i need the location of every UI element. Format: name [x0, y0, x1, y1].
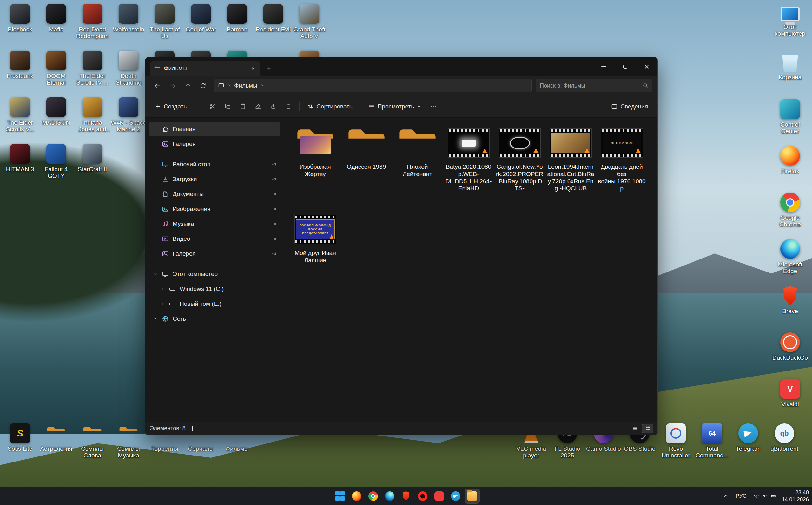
desktop-icon[interactable]: Grand Theft Auto V: [291, 3, 327, 49]
large-icons-view-toggle[interactable]: [642, 424, 653, 433]
sort-button[interactable]: Сортировать: [303, 100, 363, 114]
desktop-icon[interactable]: Mafia: [38, 3, 74, 49]
desktop-icon[interactable]: DOOM Eternal: [38, 49, 74, 96]
desktop-icon[interactable]: MADISON: [38, 96, 74, 142]
desktop-icon[interactable]: Bioshock: [2, 3, 38, 49]
taskbar-app-button[interactable]: [366, 489, 380, 503]
language-indicator[interactable]: РУС: [734, 490, 749, 502]
desktop-icon[interactable]: Сэмплы Музыка: [111, 422, 147, 469]
desktop-icon[interactable]: W4K - Space Marine 2: [111, 96, 147, 142]
taskbar-app-button[interactable]: [349, 489, 364, 503]
desktop-icon[interactable]: [111, 142, 147, 189]
desktop-icon[interactable]: Этот компьютер: [772, 4, 808, 51]
minimize-button[interactable]: [593, 57, 614, 76]
file-item[interactable]: Изображая Жертву: [290, 123, 341, 210]
desktop-icon[interactable]: Revo Uninstaller: [658, 422, 694, 469]
desktop-icon[interactable]: HITMAN 3: [2, 142, 38, 189]
sidebar-item[interactable]: Рабочий стол: [149, 157, 280, 172]
paste-button[interactable]: [236, 100, 250, 114]
expand-chevron[interactable]: [152, 272, 158, 276]
desktop-icon[interactable]: Red Dead Redemption: [74, 3, 111, 49]
file-item[interactable]: ЛЕНФИЛЬМ Двадцать дней без войны.1976.10…: [596, 123, 647, 210]
breadcrumb-segment[interactable]: Фильмы: [234, 82, 257, 89]
desktop-icon[interactable]: The Last of Us: [147, 3, 183, 49]
desktop-icon[interactable]: Сэмплы Слова: [74, 422, 111, 469]
desktop-icon[interactable]: Telegram: [730, 422, 766, 469]
file-item[interactable]: Leon.1994.International.Cut.BluRay.720p.…: [545, 123, 596, 210]
details-pane-button[interactable]: Сведения: [607, 100, 652, 114]
sidebar-item[interactable]: Этот компьютер: [149, 267, 280, 281]
sidebar-item[interactable]: Сеть: [149, 312, 280, 326]
tray-status-cluster[interactable]: [752, 490, 779, 502]
close-button[interactable]: [636, 57, 657, 76]
sidebar-item[interactable]: Новый том (E:): [156, 297, 280, 311]
details-view-toggle[interactable]: [630, 424, 640, 433]
back-button[interactable]: [150, 79, 164, 92]
view-button[interactable]: Просмотреть: [365, 100, 425, 114]
taskbar-app-button[interactable]: [399, 489, 414, 503]
desktop-icon[interactable]: V Vivaldi: [772, 377, 808, 424]
desktop-icon[interactable]: Firefox: [772, 144, 808, 191]
sidebar-item[interactable]: Изображения: [149, 202, 280, 216]
desktop-icon[interactable]: The Elder Scrolls IV ...: [74, 49, 111, 96]
file-item[interactable]: Gangs.of.New.York.2002.PROPER.BluRay.108…: [494, 123, 545, 210]
desktop-icon[interactable]: Астрология: [38, 422, 74, 469]
desktop-icon[interactable]: Frostpunk: [2, 49, 38, 96]
explorer-tab[interactable]: Фильмы: [150, 61, 260, 76]
sidebar-item[interactable]: Музыка: [149, 217, 280, 231]
tray-expand-button[interactable]: [721, 490, 731, 502]
file-item[interactable]: Одиссея 1989: [341, 123, 392, 210]
desktop-icon[interactable]: Корзина: [772, 51, 808, 98]
refresh-button[interactable]: [196, 79, 210, 92]
share-button[interactable]: [266, 100, 280, 114]
taskbar-app-button[interactable]: [432, 489, 447, 503]
expand-chevron[interactable]: [159, 287, 165, 291]
desktop-icon[interactable]: The Elder Scrolls V...: [2, 96, 38, 142]
sidebar-item[interactable]: Главная: [149, 122, 280, 136]
sidebar-item[interactable]: Документы: [149, 187, 280, 201]
start-button[interactable]: [333, 489, 347, 503]
create-button[interactable]: Создать: [151, 100, 197, 114]
taskbar-app-button[interactable]: [382, 489, 397, 503]
rename-button[interactable]: [251, 100, 265, 114]
desktop-icon[interactable]: DuckDuckGo: [772, 331, 808, 377]
desktop-icon[interactable]: Indiana Jones and the Grea...: [74, 96, 111, 142]
maximize-button[interactable]: [614, 57, 636, 76]
desktop-icon[interactable]: qb qBittorrent: [766, 422, 803, 469]
desktop-icon[interactable]: Control Center: [772, 98, 808, 144]
sidebar-item[interactable]: Галерея: [149, 137, 280, 151]
desktop-icon[interactable]: StarCraft II: [74, 142, 111, 189]
more-options-button[interactable]: [426, 100, 440, 114]
file-item[interactable]: Batya.2020.1080p.WEB-DL.DD5.1.H.264-Enia…: [443, 123, 494, 210]
up-button[interactable]: [181, 79, 195, 92]
desktop-icon[interactable]: 64 Total Command...: [694, 422, 730, 469]
copy-button[interactable]: [220, 100, 234, 114]
taskbar-app-button[interactable]: [465, 489, 479, 503]
taskbar-app-button[interactable]: [416, 489, 430, 503]
expand-chevron[interactable]: [159, 302, 165, 306]
file-item[interactable]: ГОСФИЛЬМОФОНД РОССИИ ПРЕДСТАВЛЯЕТ Мой др…: [290, 210, 341, 296]
expand-chevron[interactable]: [152, 317, 158, 321]
search-box[interactable]: Поиск в: Фильмы: [536, 79, 652, 92]
sidebar-item[interactable]: Windows 11 (C:): [156, 282, 280, 296]
desktop-icon[interactable]: Fallout 4 GOTY: [38, 142, 74, 189]
desktop-icon[interactable]: Batman: [219, 3, 255, 49]
sidebar-item[interactable]: Загрузки: [149, 172, 280, 186]
sidebar-item[interactable]: Галерея: [149, 246, 280, 261]
address-bar[interactable]: Фильмы: [214, 79, 532, 92]
sidebar-item[interactable]: Видео: [149, 231, 280, 246]
forward-button[interactable]: [166, 79, 180, 92]
delete-button[interactable]: [282, 100, 295, 114]
desktop-icon[interactable]: S Sotis Lite: [2, 422, 38, 469]
cut-button[interactable]: [205, 100, 219, 114]
desktop-icon[interactable]: Microsoft Edge: [772, 237, 808, 284]
taskbar-app-button[interactable]: [448, 489, 463, 503]
file-item[interactable]: Плохой Лейтенант: [392, 123, 443, 210]
desktop-icon[interactable]: Brave: [772, 284, 808, 331]
desktop-icon[interactable]: Google Chrome: [772, 191, 808, 237]
tab-close-button[interactable]: [249, 64, 257, 72]
clock[interactable]: 23:40 14.01.2026: [782, 489, 809, 503]
desktop-icon[interactable]: Death Stranding: [111, 49, 147, 96]
desktop-icon[interactable]: Wolfenstein: [111, 3, 147, 49]
desktop-icon[interactable]: Resident Evil: [255, 3, 291, 49]
